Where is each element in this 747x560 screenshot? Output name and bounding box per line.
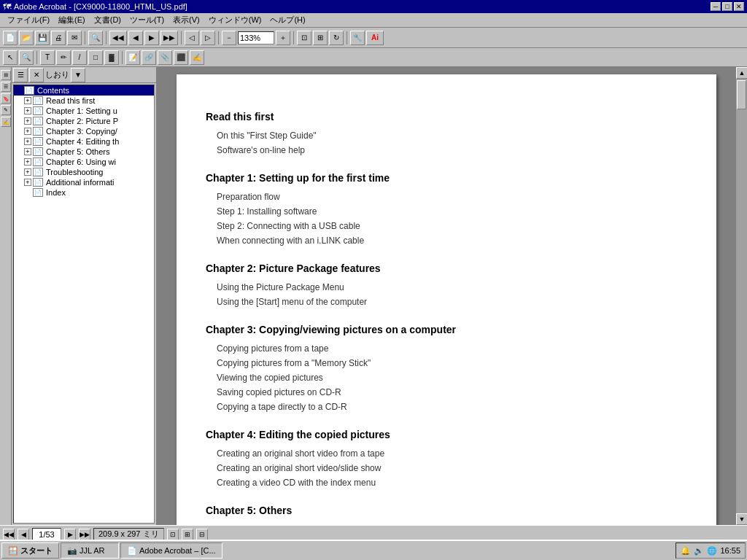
tree-item-2[interactable]: +📄Chapter 1: Setting u <box>14 106 154 116</box>
zoom-tool[interactable]: 🔍 <box>19 50 34 65</box>
side-tab-3[interactable]: 🔖 <box>1 93 11 104</box>
search-button[interactable]: 🔍 <box>88 31 103 45</box>
toolbar-sep3 <box>181 31 182 44</box>
menu-file[interactable]: ファイル(F) <box>3 13 54 27</box>
pdf-item[interactable]: Viewing the copied pictures <box>206 370 687 385</box>
pdf-item[interactable]: Creating an original short video from a … <box>206 446 687 461</box>
menu-window[interactable]: ウィンドウ(W) <box>204 13 266 27</box>
tree-item-1[interactable]: +📄Read this first <box>14 96 154 106</box>
tray-icon2: 🔊 <box>694 546 704 556</box>
prev-page-button[interactable]: ◀◀ <box>109 31 127 45</box>
pdf-view[interactable]: Read this firstOn this "First Step Guide… <box>158 67 735 525</box>
fit-page-button[interactable]: ⊡ <box>297 31 311 45</box>
panel-menu-btn[interactable]: ☰ <box>13 68 28 82</box>
tree-item-7[interactable]: +📄Chapter 6: Using wi <box>14 157 154 167</box>
prev-page-btn[interactable]: ◀ <box>18 529 29 540</box>
pdf-item[interactable]: Creating an original short video/slide s… <box>206 461 687 475</box>
menu-help[interactable]: ヘルプ(H) <box>266 13 309 27</box>
scroll-h-btn[interactable]: ⊟ <box>196 529 208 540</box>
zoom-in-button[interactable]: ＋ <box>276 31 290 45</box>
pdf-section-title: Chapter 1: Setting up for the first time <box>206 172 687 184</box>
scroll-down-button[interactable]: ▼ <box>736 513 747 525</box>
pdf-item[interactable]: Copying pictures from a "Memory Stick" <box>206 356 687 370</box>
shape-tool[interactable]: □ <box>88 50 103 65</box>
note-tool[interactable]: 📝 <box>125 50 140 65</box>
panel-close-btn[interactable]: ✕ <box>29 68 44 82</box>
tree-item-8[interactable]: +📄Troubleshooting <box>14 167 154 177</box>
next-page-btn[interactable]: ▶ <box>64 529 76 540</box>
tree-item-9[interactable]: +📄Additional informati <box>14 177 154 187</box>
menu-view[interactable]: 表示(V) <box>169 13 204 27</box>
tree-item-0[interactable]: 📄Contents <box>14 85 154 96</box>
pdf-item[interactable]: Software's on-line help <box>206 143 687 158</box>
menu-tools[interactable]: ツール(T) <box>125 13 169 27</box>
side-tab-2[interactable]: ☰ <box>1 82 11 92</box>
fit-width-button[interactable]: ⊞ <box>313 31 328 45</box>
pdf-section-title: Chapter 5: Others <box>206 505 687 516</box>
scroll-up-button[interactable]: ▲ <box>736 67 747 79</box>
menu-edit[interactable]: 編集(E) <box>54 13 90 27</box>
tree-item-3[interactable]: +📄Chapter 2: Picture P <box>14 116 154 126</box>
pdf-item[interactable]: Preparation flow <box>206 190 687 204</box>
cursor-tool[interactable]: ↖ <box>3 50 18 65</box>
taskbar-acrobat-item[interactable]: 📄 Adobe Acrobat – [C... <box>120 542 222 559</box>
side-tab-4[interactable]: ✎ <box>1 105 11 115</box>
close-button[interactable]: ✕ <box>734 2 744 11</box>
fwd-nav-button[interactable]: ▷ <box>201 31 215 45</box>
fit-nav-btn[interactable]: ⊡ <box>167 529 179 540</box>
open-button[interactable]: 📂 <box>19 31 34 45</box>
start-button[interactable]: 🪟 スタート <box>1 542 59 559</box>
back-button[interactable]: ◀ <box>128 31 143 45</box>
highlight-tool[interactable]: ▓ <box>104 50 119 65</box>
next-page-button[interactable]: ▶▶ <box>160 31 178 45</box>
page-number-input[interactable] <box>32 528 61 541</box>
rotate-button[interactable]: ↻ <box>329 31 344 45</box>
save-button[interactable]: 💾 <box>35 31 50 45</box>
last-page-btn[interactable]: ▶▶ <box>79 529 90 540</box>
taskbar: 🪟 スタート 📷 JJL AR 📄 Adobe Acrobat – [C... … <box>0 540 747 560</box>
menu-document[interactable]: 文書(D) <box>90 13 125 27</box>
clip-tool[interactable]: 📎 <box>158 50 172 65</box>
line-tool[interactable]: / <box>72 50 87 65</box>
title-bar-text: Adobe Acrobat - [CX9000-11800_HTML_US.pd… <box>14 2 187 11</box>
minimize-button[interactable]: ─ <box>711 2 721 11</box>
side-tab-5[interactable]: ✍ <box>1 117 11 127</box>
tree-item-5[interactable]: +📄Chapter 4: Editing th <box>14 136 154 147</box>
zoom-input[interactable] <box>238 31 274 44</box>
forward-button[interactable]: ▶ <box>144 31 159 45</box>
text-tool[interactable]: T <box>40 50 55 65</box>
pdf-item[interactable]: Step 2: Connecting with a USB cable <box>206 219 687 233</box>
tools2-button[interactable]: 🔧 <box>350 31 365 45</box>
pdf-item[interactable]: Using the [Start] menu of the computer <box>206 295 687 309</box>
print-button[interactable]: 🖨 <box>51 31 66 45</box>
pdf-item[interactable]: Creating a video CD with the index menu <box>206 475 687 490</box>
tree-item-6[interactable]: +📄Chapter 5: Others <box>14 147 154 157</box>
sign-tool[interactable]: ✍ <box>190 50 204 65</box>
pdf-item[interactable]: On this "First Step Guide" <box>206 128 687 143</box>
pdf-item[interactable]: Copying pictures from a tape <box>206 341 687 356</box>
pdf-item[interactable]: Saving copied pictures on CD-R <box>206 385 687 400</box>
zoom-out-button[interactable]: － <box>222 31 236 45</box>
tree-item-4[interactable]: +📄Chapter 3: Copying/ <box>14 126 154 136</box>
side-tab-1[interactable]: ⊞ <box>1 70 11 80</box>
first-page-btn[interactable]: ◀◀ <box>3 529 15 540</box>
panel-down-btn[interactable]: ▼ <box>71 68 85 82</box>
email-button[interactable]: ✉ <box>67 31 82 45</box>
maximize-button[interactable]: □ <box>722 2 732 11</box>
pdf-item[interactable]: When connecting with an i.LINK cable <box>206 233 687 248</box>
link-tool[interactable]: 🔗 <box>142 50 156 65</box>
scroll-track[interactable] <box>736 79 747 513</box>
tree-item-10[interactable]: 📄Index <box>14 187 154 198</box>
new-button[interactable]: 📄 <box>3 31 18 45</box>
reflect-btn[interactable]: ⊞ <box>182 529 193 540</box>
pdf-item[interactable]: Using the Picture Package Menu <box>206 280 687 295</box>
stamp-tool[interactable]: ⬛ <box>174 50 188 65</box>
pdf-item[interactable]: Step 1: Installing software <box>206 204 687 219</box>
taskbar-ar-item[interactable]: 📷 JJL AR <box>61 542 119 559</box>
pdf-item[interactable]: Copying a tape directly to a CD-R <box>206 400 687 414</box>
back-nav-button[interactable]: ◁ <box>185 31 199 45</box>
tb2-sep2 <box>122 51 123 64</box>
menu-bar: ファイル(F) 編集(E) 文書(D) ツール(T) 表示(V) ウィンドウ(W… <box>0 13 747 28</box>
pen-tool[interactable]: ✏ <box>56 50 71 65</box>
scrollbar-thumb[interactable] <box>737 80 746 109</box>
